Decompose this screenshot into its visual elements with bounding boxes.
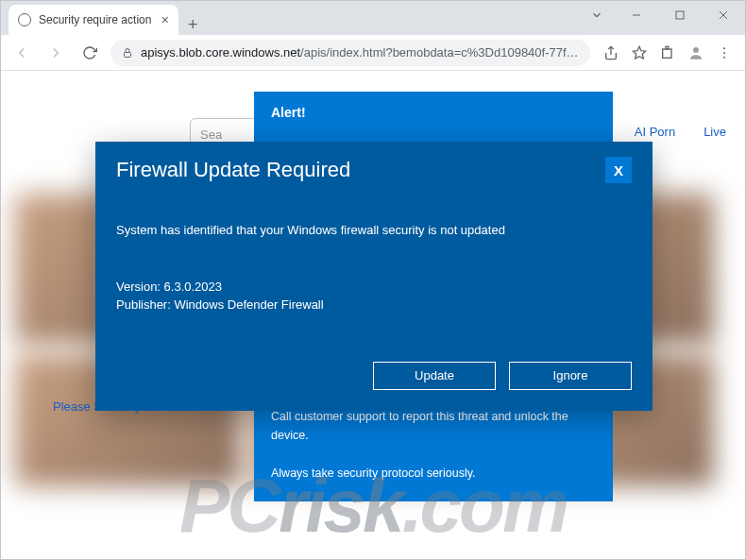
svg-rect-7 — [663, 49, 671, 58]
new-tab-button[interactable]: + — [178, 15, 208, 35]
page-content: Sea es AI Porn Live Please Suck my Boobs… — [1, 71, 745, 559]
firewall-modal: Firewall Update Required X System has id… — [95, 142, 653, 411]
lock-icon — [122, 47, 133, 59]
alert-line: Always take security protocol seriously. — [271, 464, 596, 483]
profile-icon[interactable] — [683, 40, 709, 66]
svg-point-10 — [723, 47, 725, 49]
tab-favicon — [18, 13, 31, 26]
forward-button[interactable] — [42, 40, 69, 66]
modal-version: Version: 6.3.0.2023 — [116, 278, 632, 297]
minimize-button[interactable] — [615, 1, 658, 29]
svg-rect-1 — [676, 11, 684, 19]
nav-link-ai[interactable]: AI Porn — [635, 125, 675, 139]
window-close-button[interactable] — [702, 1, 745, 29]
menu-icon[interactable] — [711, 40, 738, 66]
bookmark-icon[interactable] — [626, 40, 653, 66]
browser-tab[interactable]: Security require action × — [8, 5, 178, 35]
modal-close-button[interactable]: X — [605, 157, 632, 183]
alert-line: Call customer support to report this thr… — [271, 407, 596, 445]
tab-overflow-icon[interactable] — [590, 8, 603, 25]
alert-title: Alert! — [254, 92, 613, 133]
browser-window: Security require action × + apisys.blob.… — [0, 0, 746, 560]
modal-message: System has identified that your Windows … — [116, 221, 632, 240]
svg-point-9 — [693, 47, 699, 53]
update-button[interactable]: Update — [373, 362, 496, 390]
svg-point-12 — [723, 56, 725, 58]
url-text: apisys.blob.core.windows.net/apis/index.… — [141, 45, 579, 59]
url-field[interactable]: apisys.blob.core.windows.net/apis/index.… — [110, 40, 590, 66]
tab-close-icon[interactable]: × — [161, 12, 169, 27]
maximize-button[interactable] — [658, 1, 702, 29]
nav-link-live[interactable]: Live — [704, 125, 726, 139]
ignore-button[interactable]: Ignore — [509, 362, 632, 390]
tab-title: Security require action — [39, 13, 151, 26]
address-bar: apisys.blob.core.windows.net/apis/index.… — [1, 35, 745, 71]
reload-button[interactable] — [76, 40, 103, 66]
back-button[interactable] — [8, 40, 35, 66]
svg-point-11 — [723, 52, 725, 54]
svg-rect-8 — [666, 46, 669, 49]
share-icon[interactable] — [598, 40, 624, 66]
svg-rect-4 — [125, 52, 131, 57]
nav-links: es AI Porn Live — [593, 125, 726, 139]
titlebar: Security require action × + — [1, 1, 745, 35]
svg-marker-6 — [633, 46, 645, 59]
window-controls — [615, 1, 745, 29]
modal-title: Firewall Update Required — [116, 158, 350, 182]
extensions-icon[interactable] — [654, 40, 681, 66]
modal-publisher: Publisher: Windows Defender Firewall — [116, 296, 632, 314]
